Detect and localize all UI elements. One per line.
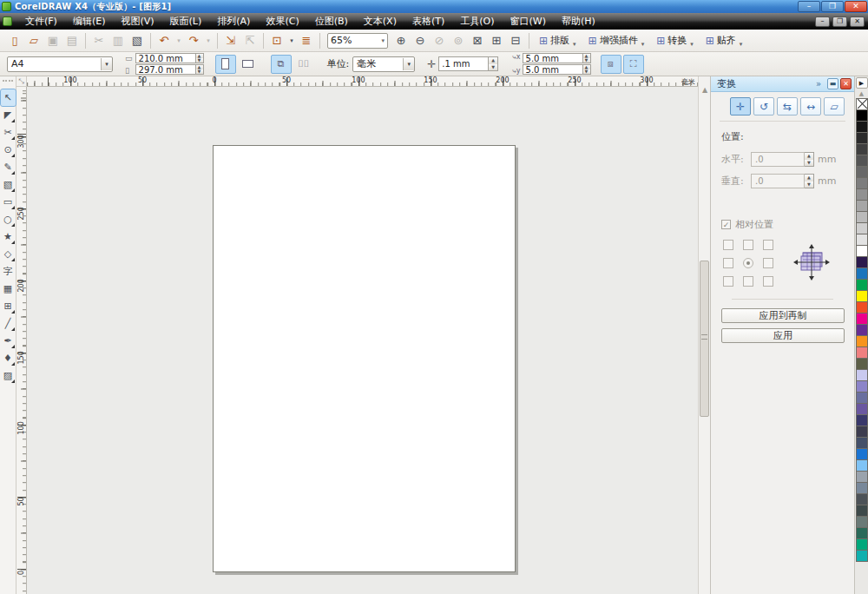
open-button[interactable]: ▱: [25, 32, 43, 50]
drawing-canvas[interactable]: [27, 87, 698, 594]
color-swatch[interactable]: [856, 109, 868, 122]
anchor-cell-3[interactable]: [723, 258, 733, 268]
zoom-to-width-button[interactable]: ⊟: [507, 32, 524, 50]
fill-tool[interactable]: ♦: [1, 350, 16, 366]
color-swatch[interactable]: [856, 177, 868, 189]
anchor-cell-7[interactable]: [743, 276, 753, 287]
save-button[interactable]: ▣: [44, 32, 62, 50]
toolbox-grip[interactable]: [3, 80, 13, 87]
zoom-to-fit-button[interactable]: ⊠: [469, 32, 486, 50]
color-swatch[interactable]: [856, 392, 868, 404]
import-button[interactable]: ⇲: [222, 32, 240, 50]
color-swatch[interactable]: [856, 380, 868, 393]
menu-item-v[interactable]: 视图(V): [113, 13, 161, 30]
color-swatch[interactable]: [856, 493, 868, 505]
vertical-input[interactable]: .0: [751, 174, 805, 188]
horizontal-spinner[interactable]: ▲▼: [805, 152, 814, 167]
color-swatch[interactable]: [856, 369, 868, 381]
anchor-cell-8[interactable]: [763, 276, 773, 287]
polygon-tool[interactable]: ★: [1, 228, 16, 245]
redo-dropdown[interactable]: ▾: [204, 32, 213, 50]
menu-item-o[interactable]: 工具(O): [452, 13, 502, 30]
scrollbar-thumb[interactable]: [700, 261, 709, 417]
page-size-combo[interactable]: A4 ▾: [7, 56, 113, 72]
color-swatch[interactable]: [856, 358, 868, 370]
zoom-in-button[interactable]: ⊕: [392, 32, 410, 50]
basic-shapes-tool[interactable]: ◇: [1, 246, 16, 262]
menu-item-x[interactable]: 文本(X): [356, 13, 404, 30]
color-swatch[interactable]: [856, 155, 868, 167]
current-page-button[interactable]: ⌷⌷: [293, 55, 314, 74]
color-swatch[interactable]: [856, 403, 868, 415]
ellipse-tool[interactable]: ○: [1, 211, 16, 228]
duplicate-x-spinner[interactable]: ▲▼: [583, 53, 591, 63]
zoom-all-objects-button[interactable]: ⊚: [450, 32, 467, 50]
imposition-button[interactable]: ⊞排版▾: [535, 32, 581, 50]
duplicate-x-input[interactable]: 5.0 mm: [523, 53, 583, 63]
color-swatch[interactable]: [856, 121, 868, 133]
convert-button[interactable]: ⊞转换▾: [652, 32, 698, 50]
export-button[interactable]: ⇱: [241, 32, 259, 50]
options-button[interactable]: ≣: [298, 32, 315, 50]
anchor-cell-2[interactable]: [763, 240, 773, 250]
color-swatch[interactable]: [856, 505, 868, 517]
vertical-spinner[interactable]: ▲▼: [805, 174, 814, 188]
paper-height-input[interactable]: 297.0 mm: [135, 64, 196, 75]
menu-item-w[interactable]: 窗口(W): [503, 13, 554, 30]
color-swatch[interactable]: [856, 188, 868, 201]
all-pages-button[interactable]: ⧉: [271, 55, 292, 74]
no-color-swatch[interactable]: [856, 98, 868, 110]
shape-tool[interactable]: ◤: [1, 107, 16, 123]
color-swatch[interactable]: [856, 527, 868, 539]
launcher-dropdown[interactable]: ▾: [287, 32, 296, 50]
menu-item-c[interactable]: 效果(C): [258, 13, 306, 30]
relative-position-checkbox[interactable]: ✓: [721, 220, 731, 229]
zoom-selected-button[interactable]: ⊘: [431, 32, 448, 50]
color-swatch[interactable]: [856, 279, 868, 291]
color-swatch[interactable]: [856, 290, 868, 302]
menu-item-e[interactable]: 编辑(E): [65, 13, 114, 30]
transform-scale-mirror-button[interactable]: ⇆: [777, 97, 798, 116]
enhanced-plugins-button[interactable]: ⊞增强插件▾: [584, 32, 649, 50]
color-swatch[interactable]: [856, 245, 868, 257]
freehand-tool[interactable]: ✎: [1, 159, 16, 175]
anchor-cell-4[interactable]: [743, 258, 753, 268]
color-swatch[interactable]: [856, 448, 868, 460]
color-swatch[interactable]: [856, 459, 868, 472]
color-swatch[interactable]: [856, 313, 868, 325]
outline-pen-tool[interactable]: ✒: [1, 333, 16, 349]
color-swatch[interactable]: [856, 426, 868, 438]
horizontal-ruler[interactable]: 10050050100150200250300 毫米: [27, 76, 698, 87]
color-swatch[interactable]: [856, 234, 868, 246]
color-swatch[interactable]: [856, 335, 868, 347]
color-swatch[interactable]: [856, 132, 868, 144]
color-swatch[interactable]: [856, 324, 868, 336]
units-combo[interactable]: 毫米 ▾: [352, 56, 415, 72]
undo-dropdown[interactable]: ▾: [174, 32, 183, 50]
interactive-blend-tool[interactable]: ⊞: [1, 298, 16, 314]
anchor-cell-6[interactable]: [723, 276, 733, 287]
menu-item-b[interactable]: 位图(B): [307, 13, 356, 30]
palette-flyout-icon[interactable]: ▶: [856, 77, 868, 89]
color-swatch[interactable]: [856, 471, 868, 483]
menu-item-a[interactable]: 排列(A): [209, 13, 258, 30]
color-swatch[interactable]: [856, 301, 868, 314]
anchor-cell-1[interactable]: [743, 240, 753, 250]
docker-close-button[interactable]: ✕: [840, 78, 852, 89]
menu-item-l[interactable]: 版面(L): [162, 13, 210, 30]
minimize-button[interactable]: –: [798, 1, 820, 12]
color-swatch[interactable]: [856, 516, 868, 528]
color-swatch[interactable]: [856, 482, 868, 494]
docker-minimize-button[interactable]: ▬: [827, 78, 838, 89]
color-swatch[interactable]: [856, 211, 868, 223]
color-swatch[interactable]: [856, 538, 868, 551]
application-launcher-button[interactable]: ⊡: [268, 32, 286, 50]
anchor-cell-5[interactable]: [763, 258, 773, 268]
scroll-up-icon[interactable]: ▲: [700, 85, 710, 96]
copy-button[interactable]: ▥: [109, 32, 127, 50]
restore-button[interactable]: ❐: [821, 1, 844, 12]
color-swatch[interactable]: [856, 414, 868, 426]
landscape-button[interactable]: [238, 55, 259, 74]
color-swatch[interactable]: [856, 346, 868, 359]
color-swatch[interactable]: [856, 256, 868, 268]
